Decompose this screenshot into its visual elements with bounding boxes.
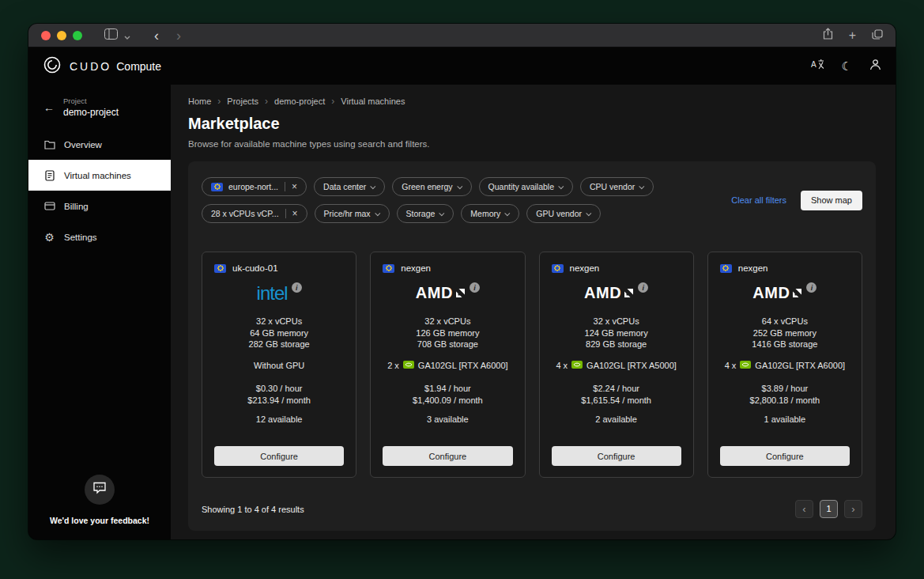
sidebar-item-label: Settings bbox=[64, 233, 97, 242]
storage: 1416 GB storage bbox=[720, 339, 850, 350]
breadcrumb-projects[interactable]: Projects bbox=[227, 96, 258, 106]
translate-icon[interactable]: A bbox=[811, 59, 824, 74]
breadcrumb-home[interactable]: Home bbox=[188, 96, 211, 106]
pagination-page-1[interactable]: 1 bbox=[820, 500, 838, 518]
marketplace-panel: europe-nort... × Data center Green energ… bbox=[188, 161, 876, 531]
folder-icon bbox=[43, 140, 55, 149]
sidebar-item-label: Virtual machines bbox=[64, 171, 131, 180]
datacenter-name: nexgen bbox=[401, 263, 431, 273]
chevron-down-icon bbox=[457, 184, 462, 189]
sidebar-item-billing[interactable]: Billing bbox=[28, 191, 171, 221]
clear-all-filters-link[interactable]: Clear all filters bbox=[731, 195, 786, 205]
eu-flag-icon bbox=[211, 183, 223, 191]
feedback-text: We'd love your feedback! bbox=[50, 516, 149, 525]
close-window-button[interactable] bbox=[41, 31, 51, 40]
maximize-window-button[interactable] bbox=[73, 31, 82, 40]
datacenter-name: nexgen bbox=[570, 263, 600, 273]
gear-icon: ⚙ bbox=[43, 232, 55, 243]
remove-filter-icon[interactable]: × bbox=[285, 182, 297, 191]
info-icon[interactable]: i bbox=[470, 282, 480, 293]
info-icon[interactable]: i bbox=[806, 282, 817, 293]
user-account-icon[interactable] bbox=[869, 59, 881, 74]
pagination-next-button[interactable]: › bbox=[844, 500, 862, 518]
filter-chip-region[interactable]: europe-nort... × bbox=[202, 177, 307, 196]
share-icon[interactable] bbox=[823, 28, 833, 43]
pagination-prev-button[interactable]: ‹ bbox=[795, 500, 813, 518]
tab-overview-icon[interactable] bbox=[872, 28, 883, 43]
breadcrumb-virtual-machines[interactable]: Virtual machines bbox=[341, 96, 405, 106]
gpu-count: 2 x bbox=[387, 361, 399, 370]
sidebar-toggle-icon[interactable] bbox=[104, 28, 118, 43]
chevron-down-icon bbox=[375, 210, 380, 216]
breadcrumb-demo-project[interactable]: demo-project bbox=[274, 96, 325, 106]
filter-chip-storage[interactable]: Storage bbox=[397, 204, 454, 223]
availability: 3 available bbox=[383, 414, 512, 424]
show-map-button[interactable]: Show map bbox=[801, 191, 862, 210]
info-icon[interactable]: i bbox=[638, 282, 648, 293]
chip-label: Green energy bbox=[402, 182, 452, 191]
info-icon[interactable]: i bbox=[292, 282, 302, 293]
amd-arrow-icon bbox=[455, 288, 466, 298]
chevron-down-icon[interactable] bbox=[124, 28, 130, 43]
region-flag-icon bbox=[214, 264, 226, 273]
configure-button[interactable]: Configure bbox=[552, 446, 681, 466]
vcpus: 64 x vCPUs bbox=[720, 316, 850, 327]
region-flag-icon bbox=[383, 264, 394, 273]
chevron-down-icon bbox=[439, 210, 445, 216]
storage: 829 GB storage bbox=[552, 339, 681, 350]
chevron-down-icon bbox=[371, 184, 376, 189]
svg-text:A: A bbox=[811, 60, 817, 69]
filter-chip-price-hr-max[interactable]: Price/hr max bbox=[315, 204, 390, 223]
machine-card: nexgen AMD i 32 x vCPUs 124 GB memory bbox=[539, 252, 694, 478]
amd-arrow-icon bbox=[792, 288, 802, 298]
project-switcher[interactable]: ← Project demo-project bbox=[28, 85, 171, 129]
filter-chip-green-energy[interactable]: Green energy bbox=[392, 177, 471, 196]
datacenter-name: nexgen bbox=[738, 263, 768, 273]
sidebar-item-virtual-machines[interactable]: Virtual machines bbox=[28, 160, 171, 191]
gpu-model: GA102GL [RTX A6000] bbox=[755, 361, 845, 370]
results-footer: Showing 1 to 4 of 4 results ‹ 1 › bbox=[202, 500, 862, 518]
nvidia-icon bbox=[403, 361, 414, 370]
remove-filter-icon[interactable]: × bbox=[285, 209, 298, 218]
gpu-model: GA102GL [RTX A5000] bbox=[586, 361, 677, 370]
configure-button[interactable]: Configure bbox=[383, 446, 512, 466]
nvidia-icon bbox=[571, 361, 583, 370]
browser-chrome: ‹ › + bbox=[28, 24, 896, 47]
breadcrumb-separator-icon: › bbox=[217, 96, 221, 107]
minimize-window-button[interactable] bbox=[57, 31, 66, 40]
availability: 12 available bbox=[214, 414, 344, 424]
filter-chip-memory[interactable]: Memory bbox=[461, 204, 519, 223]
memory: 64 GB memory bbox=[214, 327, 344, 339]
dark-mode-icon[interactable]: ☾ bbox=[842, 60, 852, 72]
amd-wordmark: AMD bbox=[752, 283, 790, 302]
page-subtitle: Browse for available machine types using… bbox=[188, 139, 876, 149]
amd-logo: AMD bbox=[416, 283, 466, 302]
chip-label: GPU vendor bbox=[536, 209, 582, 218]
virtual-machine-icon bbox=[43, 170, 55, 181]
filter-chip-gpu-vendor[interactable]: GPU vendor bbox=[526, 204, 601, 223]
filter-chip-cpu-vendor[interactable]: CPU vendor bbox=[580, 177, 654, 196]
gpu-model: GA102GL [RTX A6000] bbox=[418, 361, 508, 370]
browser-back-button[interactable]: ‹ bbox=[154, 28, 159, 43]
breadcrumb-separator-icon: › bbox=[265, 96, 268, 107]
gpu-count: 4 x bbox=[556, 361, 568, 370]
storage: 282 GB storage bbox=[214, 339, 344, 350]
browser-forward-button[interactable]: › bbox=[176, 28, 181, 43]
filter-chip-vcpus[interactable]: 28 x vCPUs vCP... × bbox=[202, 204, 307, 223]
price-month: $213.94 / month bbox=[214, 395, 344, 407]
machine-card: nexgen AMD i 64 x vCPUs 252 GB memory bbox=[707, 252, 862, 478]
new-tab-icon[interactable]: + bbox=[849, 29, 856, 42]
cudo-logo-icon[interactable] bbox=[43, 55, 62, 78]
gpu-count: 4 x bbox=[725, 361, 737, 370]
feedback-button[interactable] bbox=[85, 475, 115, 505]
sidebar-item-overview[interactable]: Overview bbox=[28, 129, 171, 160]
sidebar-item-settings[interactable]: ⚙ Settings bbox=[28, 221, 171, 252]
chat-bubble-icon bbox=[92, 482, 107, 498]
vcpus: 32 x vCPUs bbox=[552, 316, 681, 327]
back-arrow-icon[interactable]: ← bbox=[43, 102, 55, 113]
nvidia-icon bbox=[740, 361, 751, 370]
configure-button[interactable]: Configure bbox=[720, 446, 850, 466]
configure-button[interactable]: Configure bbox=[214, 446, 344, 466]
filter-chip-quantity-available[interactable]: Quantity available bbox=[479, 177, 573, 196]
filter-chip-data-center[interactable]: Data center bbox=[314, 177, 385, 196]
